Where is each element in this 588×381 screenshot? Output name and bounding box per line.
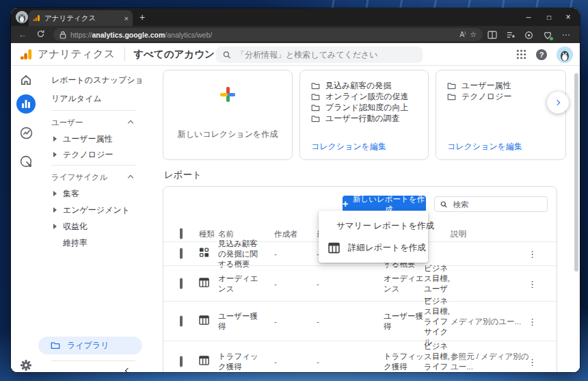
url-text: https://analytics.google.com/analytics/w… [70, 31, 455, 39]
ga-favicon [33, 14, 40, 22]
folder-icon [447, 93, 456, 101]
report-template: オーディエンス [384, 274, 427, 294]
back-button[interactable]: ← [14, 29, 31, 40]
folder-icon [51, 341, 60, 350]
report-search-input[interactable] [453, 200, 542, 209]
edit-collection-link[interactable]: コレクションを編集 [447, 141, 522, 153]
report-name: オーディエンス [218, 274, 262, 294]
sidebar-divider [51, 165, 135, 166]
ga-page: レポートのスナップショット リアルタイム ユーザー ユーザー属性 テクノロジー … [11, 66, 580, 372]
collection-item[interactable]: オンライン販売の促進 [300, 91, 425, 102]
avatar-penguin-icon [557, 47, 573, 63]
collections-icon[interactable] [501, 30, 520, 40]
help-icon[interactable]: ? [536, 49, 547, 60]
collection-item[interactable]: 見込み顧客の発掘 [300, 80, 425, 91]
expand-arrow-icon [53, 207, 57, 213]
sidebar-section-user[interactable]: ユーザー [41, 114, 144, 131]
sidebar-item-engagement[interactable]: エンゲージメント [41, 202, 144, 218]
address-bar[interactable]: https://analytics.google.com/analytics/w… [53, 28, 483, 41]
create-collection-card[interactable]: 新しいコレクションを作成 [163, 70, 293, 160]
browser-more-icon[interactable]: ⋯ [557, 30, 575, 40]
lock-icon [59, 31, 66, 39]
sidebar-item-user-attributes[interactable]: ユーザー属性 [41, 131, 144, 147]
ga-search-bar[interactable] [216, 47, 423, 63]
account-switcher[interactable]: すべてのアカウント [133, 48, 225, 61]
table-row[interactable]: トラフィック獲得 - - トラフィック獲得 ビジネス目標, ライフサイク 参照元… [163, 341, 557, 372]
scrollbar-thumb[interactable] [574, 73, 578, 272]
folder-icon [311, 104, 320, 111]
collection-item[interactable]: テクノロジー [436, 91, 563, 102]
favorite-star-icon[interactable]: ☆ [470, 30, 477, 39]
edit-collection-link[interactable]: コレクションを編集 [311, 141, 386, 153]
sidebar-item-retention[interactable]: 維持率 [41, 235, 144, 251]
collection-item[interactable]: ユーザー行動の調査 [300, 113, 425, 124]
report-creator: - [274, 249, 277, 259]
create-collection-label: 新しいコレクションを作成 [163, 129, 292, 140]
browser-window: アナリティクス × + ─ □ × ← https://analytics.go… [11, 8, 580, 372]
rail-explore-icon[interactable] [16, 122, 36, 143]
rail-reports-icon[interactable] [16, 94, 36, 114]
row-menu-icon[interactable]: ⋮ [528, 278, 537, 289]
menu-item-detail-report[interactable]: 詳細レポートを作成 [319, 237, 428, 259]
detail-report-icon [328, 242, 340, 254]
sidebar-item-acquisition[interactable]: 集客 [41, 185, 144, 202]
collection-item[interactable]: ユーザー属性 [436, 80, 563, 91]
sidebar-item-snapshot[interactable]: レポートのスナップショット [41, 72, 144, 88]
collection-item[interactable]: ブランド認知度の向上 [300, 102, 425, 113]
reload-button[interactable] [31, 29, 49, 40]
extensions-icon[interactable] [520, 29, 538, 39]
apps-grid-icon[interactable] [516, 49, 526, 60]
window-minimize-button[interactable]: ─ [518, 8, 539, 26]
table-row[interactable]: オーディエンス - - オーディエンス ビジネス目標, ユーザー ⋮ [163, 265, 557, 301]
read-aloud-icon[interactable]: A) [459, 31, 466, 38]
tab-close-icon[interactable]: × [124, 14, 129, 23]
user-avatar[interactable] [557, 47, 573, 63]
table-row[interactable]: ユーザー獲得 - - ユーザー獲得 ビジネス目標, ライフサイクル メディア別の… [163, 301, 557, 341]
rail-advertising-icon[interactable] [16, 151, 36, 172]
window-maximize-button[interactable]: □ [539, 8, 559, 26]
new-tab-button[interactable]: + [139, 12, 145, 23]
ga-search-input[interactable] [237, 50, 416, 60]
row-checkbox[interactable] [180, 248, 183, 259]
browser-tab-analytics[interactable]: アナリティクス × [29, 10, 133, 26]
carousel-next-button[interactable] [547, 92, 569, 114]
menu-item-summary-report[interactable]: サマリー レポートを作成 [319, 215, 428, 237]
report-updated: - [317, 278, 319, 289]
header-divider [124, 47, 125, 61]
browser-essentials-icon[interactable] [538, 29, 557, 39]
report-updated: - [317, 356, 319, 367]
row-menu-icon[interactable]: ⋮ [528, 316, 537, 326]
expand-arrow-icon [53, 191, 57, 196]
row-menu-icon[interactable]: ⋮ [528, 356, 537, 367]
folder-icon [311, 93, 320, 101]
sidebar-item-library[interactable]: ライブラリ [38, 337, 142, 354]
product-name: アナリティクス [38, 47, 115, 62]
row-checkbox[interactable] [180, 356, 183, 367]
row-menu-icon[interactable]: ⋮ [528, 249, 537, 259]
row-checkbox[interactable] [180, 315, 183, 326]
page-scrollbar[interactable] [573, 66, 579, 372]
report-search-box[interactable] [434, 196, 548, 212]
tab-title: アナリティクス [44, 14, 120, 23]
row-checkbox[interactable] [180, 278, 183, 289]
report-creator: - [274, 356, 277, 367]
window-close-button[interactable]: × [558, 8, 578, 26]
essentials-status-dot [550, 37, 553, 40]
select-all-checkbox[interactable] [180, 228, 183, 239]
sidebar-item-technology[interactable]: テクノロジー [41, 146, 144, 163]
nav-rail [11, 66, 41, 372]
collection-card-business: 見込み顧客の発掘 オンライン販売の促進 ブランド認知度の向上 ユーザー行動の調査… [299, 70, 429, 160]
report-creator: - [274, 316, 277, 326]
sidebar-section-lifecycle[interactable]: ライフサイクル [41, 169, 144, 185]
report-name: ユーザー獲得 [218, 311, 262, 332]
sidebar-divider [51, 360, 135, 361]
collapse-up-icon [128, 120, 133, 126]
rail-home-icon[interactable] [16, 70, 36, 90]
sidebar-item-realtime[interactable]: リアルタイム [41, 90, 144, 107]
sidebar-collapse-button[interactable] [122, 365, 134, 372]
search-icon [223, 51, 231, 60]
browser-profile-avatar[interactable] [16, 11, 28, 23]
admin-gear-icon[interactable] [16, 355, 36, 372]
split-screen-icon[interactable] [483, 30, 501, 40]
sidebar-item-monetization[interactable]: 収益化 [41, 218, 144, 235]
